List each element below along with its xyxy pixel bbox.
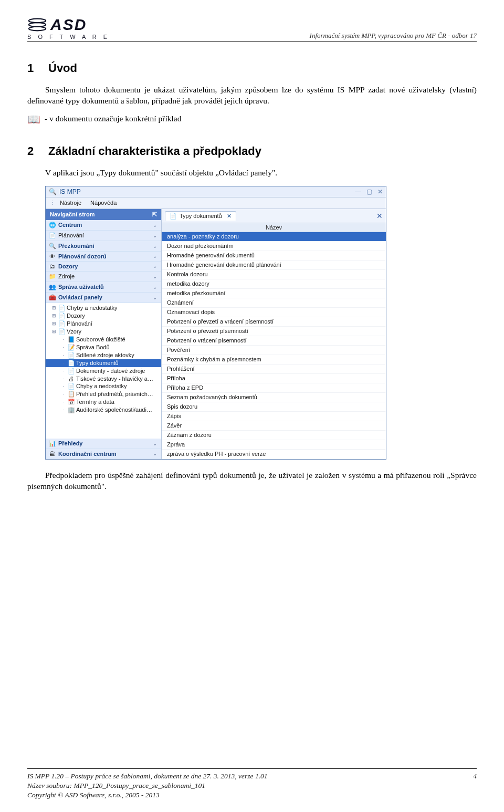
- tree-item[interactable]: ·📝Správa Bodů: [46, 343, 161, 351]
- logo: ASD S O F T W A R E: [27, 15, 110, 40]
- table-row[interactable]: Závěr: [162, 421, 386, 431]
- tree-icon: 📄: [58, 305, 65, 311]
- tree-connector: ·: [60, 337, 66, 342]
- table-row[interactable]: Záznam z dozoru: [162, 431, 386, 440]
- table-row[interactable]: Zápis: [162, 412, 386, 421]
- tree-label: Chyby a nedostatky: [76, 383, 127, 389]
- section-label: Plánování dozorů: [58, 253, 107, 259]
- section-label: Centrum: [58, 222, 82, 228]
- section-1-title: Úvod: [48, 61, 77, 75]
- tree-label: Chyby a nedostatky: [67, 305, 118, 311]
- table-row[interactable]: analýza - poznatky z dozoru: [162, 232, 386, 242]
- table-row[interactable]: Hromadné generování dokumentů plánování: [162, 261, 386, 270]
- expand-icon[interactable]: ⊞: [51, 305, 57, 310]
- nav-section[interactable]: 🏛Koordinační centrum⌄: [46, 449, 161, 459]
- footer-rule: [27, 768, 477, 769]
- section-label: Ovládací panely: [58, 294, 102, 300]
- chevron-down-icon: ⌄: [153, 451, 157, 456]
- document-icon: 📄: [170, 213, 177, 220]
- footer-line-3: Copyright © ASD Software, s.r.o., 2005 -…: [27, 791, 477, 799]
- nav-section[interactable]: 📄Plánování⌄: [46, 231, 161, 241]
- tree-item[interactable]: ·📄Dokumenty - datové zdroje: [46, 367, 161, 375]
- nav-section[interactable]: 🧰Ovládací panely⌄: [46, 293, 161, 303]
- table-row[interactable]: Pověření: [162, 346, 386, 355]
- tree-item[interactable]: ⊞📄Plánování: [46, 320, 161, 328]
- nav-section[interactable]: 🌐Centrum⌄: [46, 220, 161, 231]
- nav-section[interactable]: 📊Přehledy⌄: [46, 439, 161, 449]
- tree-item[interactable]: ·📄Sdílené zdroje aktovky: [46, 351, 161, 359]
- table-row[interactable]: Spis dozoru: [162, 402, 386, 412]
- tree-label: Tiskové sestavy - hlavičky a…: [76, 376, 153, 382]
- tree-connector: ·: [60, 352, 66, 358]
- nav-section[interactable]: 📁Zdroje⌄: [46, 272, 161, 282]
- tree-item[interactable]: ·🏢Auditorské společnosti/audi…: [46, 406, 161, 414]
- tree-item[interactable]: ⊞📄Chyby a nedostatky: [46, 304, 161, 312]
- pin-icon[interactable]: ⇱: [152, 211, 157, 218]
- chevron-down-icon: ⌄: [153, 233, 157, 238]
- section-icon: 👁: [49, 253, 56, 259]
- table-row[interactable]: Oznámení: [162, 298, 386, 308]
- nav-section[interactable]: 👁Plánování dozorů⌄: [46, 252, 161, 262]
- table-row[interactable]: Potvrzení o převzetí písemností: [162, 327, 386, 336]
- maximize-icon[interactable]: ▢: [366, 188, 372, 195]
- minimize-icon[interactable]: —: [355, 188, 361, 195]
- tree-label: Auditorské společnosti/audi…: [76, 407, 152, 413]
- table-row[interactable]: Potvrzení o převzetí a vrácení písemnost…: [162, 317, 386, 327]
- grid-column-header[interactable]: Název: [162, 223, 386, 232]
- table-row[interactable]: Zpráva: [162, 440, 386, 450]
- table-row[interactable]: Kontrola dozoru: [162, 270, 386, 279]
- tree-item[interactable]: ·📄Chyby a nedostatky: [46, 382, 161, 390]
- tree-item[interactable]: ⊞📄Dozory: [46, 312, 161, 320]
- table-row[interactable]: metodika přezkoumání: [162, 289, 386, 298]
- menu-help[interactable]: Nápověda: [90, 200, 117, 206]
- tree-connector: ·: [60, 399, 66, 404]
- menu-tools[interactable]: Nástroje: [60, 200, 81, 206]
- table-row[interactable]: Poznámky k chybám a písemnostem: [162, 355, 386, 365]
- tree-connector: ·: [60, 376, 66, 381]
- section-label: Správa uživatelů: [58, 284, 104, 290]
- section-icon: 🗂: [49, 263, 56, 269]
- panel-close-icon[interactable]: ✕: [376, 212, 383, 220]
- footer-page-number: 4: [473, 772, 477, 780]
- tree-connector: ·: [60, 407, 66, 412]
- nav-section[interactable]: 👥Správa uživatelů⌄: [46, 282, 161, 293]
- tree-icon: 📄: [68, 383, 75, 390]
- tree-item[interactable]: ·🖨Tiskové sestavy - hlavičky a…: [46, 375, 161, 382]
- table-row[interactable]: metodika dozory: [162, 279, 386, 289]
- tree-icon: 📄: [58, 313, 65, 319]
- tree-item[interactable]: ⊞📄Vzory: [46, 328, 161, 336]
- nav-section[interactable]: 🔍Přezkoumání⌄: [46, 241, 161, 252]
- table-row[interactable]: Potvrzení o vrácení písemností: [162, 336, 386, 346]
- table-row[interactable]: Dozor nad přezkoumáním: [162, 242, 386, 251]
- expand-icon[interactable]: ⊞: [51, 321, 57, 326]
- footer-line-2: Název souboru: MPP_120_Postupy_prace_se_…: [27, 782, 477, 790]
- tab-close-icon[interactable]: ✕: [227, 213, 232, 220]
- table-row[interactable]: zpráva o výsledku PH - pracovní verze: [162, 450, 386, 459]
- tree-connector: ·: [60, 345, 66, 350]
- tree-icon: 📄: [68, 360, 75, 367]
- tree-item[interactable]: ·📅Termíny a data: [46, 398, 161, 406]
- tree-item[interactable]: ·📘Souborové úložiště: [46, 336, 161, 343]
- tree-item[interactable]: ·📄Typy dokumentů: [46, 359, 161, 367]
- section-icon: 🏛: [49, 451, 56, 457]
- tree-icon: 📅: [68, 399, 75, 405]
- expand-icon[interactable]: ⊞: [51, 313, 57, 318]
- table-row[interactable]: Oznamovací dopis: [162, 308, 386, 317]
- tree-item[interactable]: ·📋Přehled předmětů, právních…: [46, 390, 161, 398]
- tree-label: Dozory: [67, 313, 85, 319]
- table-row[interactable]: Seznam požadovaných dokumentů: [162, 393, 386, 402]
- tab-typy-dokumentu[interactable]: 📄 Typy dokumentů ✕: [165, 211, 236, 221]
- table-row[interactable]: Prohlášení: [162, 365, 386, 374]
- chevron-down-icon: ⌄: [153, 253, 157, 259]
- section-icon: 📊: [49, 440, 56, 447]
- close-icon[interactable]: ✕: [377, 188, 383, 195]
- table-row[interactable]: Hromadné generování dokumentů: [162, 251, 386, 261]
- expand-icon[interactable]: ⊞: [51, 329, 57, 334]
- section-icon: 🧰: [49, 294, 56, 301]
- section-1-number: 1: [27, 61, 48, 75]
- table-row[interactable]: Příloha: [162, 374, 386, 383]
- table-row[interactable]: Příloha z EPD: [162, 383, 386, 393]
- tree-connector: ·: [60, 368, 66, 373]
- nav-section[interactable]: 🗂Dozory⌄: [46, 262, 161, 272]
- tree-label: Sdílené zdroje aktovky: [76, 352, 134, 358]
